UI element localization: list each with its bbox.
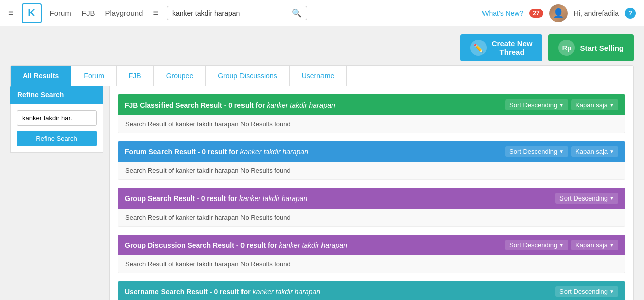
group-discussion-time-chevron-icon: ▼ (609, 242, 614, 248)
group-discussion-result-title: Group Discussion Search Result - 0 resul… (125, 241, 347, 249)
header-right: What's New? 27 👤 Hi, andrefadila ? (482, 4, 636, 22)
username-sort-chevron-icon: ▼ (609, 289, 614, 294)
start-selling-button[interactable]: Rp Start Selling (548, 34, 634, 61)
forum-time-label: Kapan saja (575, 148, 608, 155)
content-layout: Refine Search Refine Search FJB Classifi… (10, 86, 634, 300)
group-result-section: Group Search Result - 0 result for kanke… (118, 188, 625, 227)
nav-forum[interactable]: Forum (50, 7, 71, 19)
forum-result-section: Forum Search Result - 0 result for kanke… (118, 141, 625, 180)
whats-new-link[interactable]: What's New? (482, 9, 523, 17)
avatar[interactable]: 👤 (549, 4, 568, 22)
sidebar-body: Refine Search (10, 104, 103, 153)
group-sort-chevron-icon: ▼ (609, 195, 614, 201)
username-result-title: Username Search Result - 0 result for ka… (125, 288, 320, 296)
hamburger-icon[interactable]: ≡ (8, 8, 14, 18)
tab-group-discussions[interactable]: Group Discussions (206, 66, 290, 86)
fjb-time-label: Kapan saja (575, 101, 608, 109)
search-bar: 🔍 (167, 6, 307, 20)
sidebar-title: Refine Search (10, 86, 103, 104)
tab-forum[interactable]: Forum (71, 66, 116, 86)
username-result-section: Username Search Result - 0 result for ka… (118, 281, 625, 300)
tab-groupee[interactable]: Groupee (154, 66, 206, 86)
sell-icon: Rp (558, 40, 575, 56)
username-sort-dropdown[interactable]: Sort Descending ▼ (555, 286, 618, 297)
nav-fjb[interactable]: FJB (82, 7, 95, 19)
forum-result-controls: Sort Descending ▼ Kapan saja ▼ (505, 146, 618, 157)
tab-bar: All Results Forum FJB Groupee Group Disc… (10, 65, 634, 86)
forum-sort-dropdown[interactable]: Sort Descending ▼ (505, 146, 568, 157)
forum-result-header: Forum Search Result - 0 result for kanke… (118, 141, 625, 162)
sidebar: Refine Search Refine Search (10, 86, 103, 300)
forum-sort-label: Sort Descending (509, 148, 557, 155)
notification-badge: 27 (529, 9, 543, 18)
group-sort-label: Sort Descending (559, 194, 608, 202)
fjb-sort-label: Sort Descending (509, 101, 557, 109)
forum-time-chevron-icon: ▼ (609, 149, 614, 154)
create-thread-icon: ✏️ (470, 40, 487, 56)
refine-search-input[interactable] (17, 110, 97, 126)
tab-username[interactable]: Username (290, 66, 347, 86)
fjb-time-chevron-icon: ▼ (609, 102, 614, 108)
group-result-body: Search Result of kanker takdir harapan N… (118, 209, 625, 227)
group-discussion-result-header: Group Discussion Search Result - 0 resul… (118, 235, 625, 255)
create-thread-button[interactable]: ✏️ Create NewThread (460, 34, 543, 61)
fjb-sort-dropdown[interactable]: Sort Descending ▼ (505, 99, 568, 110)
group-discussion-result-body: Search Result of kanker takdir harapan N… (118, 255, 625, 273)
main-nav: Forum FJB Playground (50, 7, 143, 19)
search-icon[interactable]: 🔍 (292, 8, 302, 18)
group-discussion-sort-chevron-icon: ▼ (559, 242, 564, 248)
group-result-title: Group Search Result - 0 result for kanke… (125, 194, 307, 203)
results-area: FJB Classified Search Result - 0 result … (109, 86, 634, 300)
forum-sort-chevron-icon: ▼ (559, 149, 564, 154)
avatar-image: 👤 (549, 4, 568, 22)
help-icon[interactable]: ? (625, 8, 636, 19)
start-selling-label: Start Selling (580, 44, 624, 52)
main-content: All Results Forum FJB Groupee Group Disc… (0, 65, 644, 300)
create-thread-label: Create NewThread (492, 39, 533, 56)
user-greeting: Hi, andrefadila (574, 9, 619, 17)
refine-search-button[interactable]: Refine Search (17, 131, 97, 146)
action-bar: ✏️ Create NewThread Rp Start Selling (0, 26, 644, 65)
fjb-result-controls: Sort Descending ▼ Kapan saja ▼ (505, 99, 618, 110)
tab-all-results[interactable]: All Results (11, 66, 71, 86)
group-sort-dropdown[interactable]: Sort Descending ▼ (555, 193, 618, 204)
results-container: FJB Classified Search Result - 0 result … (109, 86, 634, 300)
username-result-controls: Sort Descending ▼ (555, 286, 618, 297)
nav-playground[interactable]: Playground (105, 7, 143, 19)
fjb-time-dropdown[interactable]: Kapan saja ▼ (571, 99, 618, 110)
group-discussion-sort-label: Sort Descending (509, 241, 557, 249)
fjb-result-header: FJB Classified Search Result - 0 result … (118, 94, 625, 115)
fjb-result-section: FJB Classified Search Result - 0 result … (118, 94, 625, 133)
group-result-header: Group Search Result - 0 result for kanke… (118, 188, 625, 209)
tab-fjb[interactable]: FJB (117, 66, 154, 86)
username-sort-label: Sort Descending (559, 288, 608, 295)
forum-result-title: Forum Search Result - 0 result for kanke… (125, 148, 308, 156)
group-discussion-result-section: Group Discussion Search Result - 0 resul… (118, 235, 625, 273)
forum-result-body: Search Result of kanker takdir harapan N… (118, 162, 625, 180)
group-discussion-result-controls: Sort Descending ▼ Kapan saja ▼ (505, 240, 618, 250)
fjb-result-title: FJB Classified Search Result - 0 result … (125, 101, 335, 109)
group-discussion-time-label: Kapan saja (575, 241, 608, 249)
group-discussion-time-dropdown[interactable]: Kapan saja ▼ (571, 240, 618, 250)
group-discussion-sort-dropdown[interactable]: Sort Descending ▼ (505, 240, 568, 250)
logo[interactable]: K (22, 3, 42, 23)
username-result-header: Username Search Result - 0 result for ka… (118, 281, 625, 300)
header: ≡ K Forum FJB Playground ≡ 🔍 What's New?… (0, 0, 644, 26)
search-input[interactable] (172, 9, 288, 17)
group-result-controls: Sort Descending ▼ (555, 193, 618, 204)
forum-time-dropdown[interactable]: Kapan saja ▼ (571, 146, 618, 157)
fjb-sort-chevron-icon: ▼ (559, 102, 564, 108)
more-nav-icon[interactable]: ≡ (153, 8, 158, 18)
fjb-result-body: Search Result of kanker takdir harapan N… (118, 115, 625, 133)
